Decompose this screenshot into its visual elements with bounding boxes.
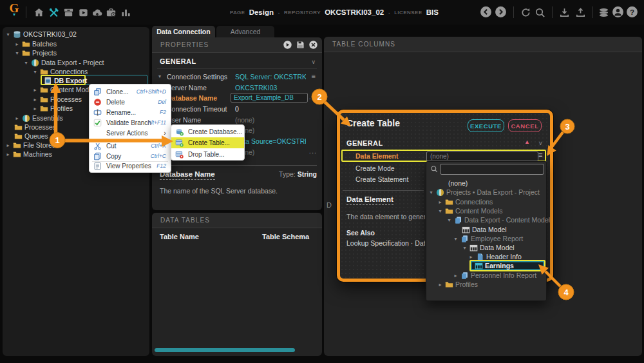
close-icon[interactable]: [308, 40, 318, 50]
menu-item-clone[interactable]: Clone...Ctrl+Shift+D: [90, 86, 171, 97]
tab-advanced[interactable]: Advanced: [216, 26, 274, 37]
menu-item-view-properties[interactable]: View PropertiesF12: [90, 161, 171, 171]
refresh-icon[interactable]: [520, 7, 531, 18]
chevron-down-icon[interactable]: ∨: [538, 140, 543, 146]
column-header-table-name[interactable]: Table Name: [160, 233, 199, 240]
home-icon[interactable]: [33, 7, 44, 18]
expander-icon[interactable]: [453, 273, 459, 279]
expander-icon[interactable]: [14, 50, 20, 56]
dropdown-item-projects[interactable]: Projects • Data Export - Project: [428, 188, 540, 197]
menu-item-rename[interactable]: Rename...F2: [90, 107, 171, 117]
data-element-input[interactable]: [426, 152, 538, 161]
menu-item-cut[interactable]: CutCtrl+X: [90, 141, 171, 151]
app-logo[interactable]: G▾: [7, 2, 21, 17]
dropdown-item-none[interactable]: (none): [448, 179, 468, 188]
create-mode-label[interactable]: Create Mode: [355, 164, 395, 172]
property-row-server-name[interactable]: Server Name OKCSTRKI03: [158, 83, 318, 93]
briefcase-clock-icon[interactable]: [106, 7, 117, 18]
create-statement-label[interactable]: Create Statement: [355, 175, 408, 183]
expander-icon[interactable]: [32, 106, 38, 112]
expander-icon[interactable]: [5, 142, 11, 148]
tree-item-data-export-project[interactable]: Data Export - Project: [23, 58, 104, 67]
expander-icon[interactable]: ▾: [158, 74, 161, 79]
menu-item-validate-branch[interactable]: Validate BranchAlt+F11: [90, 117, 171, 128]
upload-icon[interactable]: [575, 7, 586, 18]
tree-item-file-stores[interactable]: File Stores: [5, 141, 55, 150]
save-icon[interactable]: [296, 40, 305, 50]
expander-icon[interactable]: [437, 199, 443, 205]
expander-icon[interactable]: [5, 152, 11, 157]
dropdown-item-connections[interactable]: Connections: [437, 197, 493, 206]
expander-icon[interactable]: [32, 97, 38, 103]
ellipsis-button[interactable]: ...: [309, 93, 317, 101]
link-lookup-specification[interactable]: Lookup Specification: [346, 239, 409, 247]
property-row-connection-timeout[interactable]: Connection Timeout 0: [158, 104, 318, 114]
submenu-item-create-table[interactable]: Create Table...: [171, 137, 244, 148]
expander-icon[interactable]: [437, 208, 443, 214]
tree-item-processes-root[interactable]: Processes: [14, 123, 56, 132]
media-box-icon[interactable]: [78, 7, 89, 18]
dropdown-item-data-export-content-model[interactable]: Data Export - Content Model: [446, 215, 550, 224]
tree-item-content-models[interactable]: Content Models: [32, 85, 98, 94]
expander-icon[interactable]: [5, 32, 11, 37]
horizontal-scrollbar[interactable]: [155, 348, 295, 352]
expander-icon[interactable]: [14, 41, 20, 47]
expander-icon[interactable]: [428, 190, 434, 195]
expander-icon[interactable]: [23, 60, 29, 66]
property-row-database-name[interactable]: Database Name ...: [158, 93, 318, 103]
expander-icon[interactable]: [446, 217, 452, 223]
expander-icon[interactable]: [437, 282, 443, 288]
bar-chart-icon[interactable]: [120, 7, 131, 18]
property-row-user-name[interactable]: User Name (none): [158, 115, 318, 125]
tree-item-processes[interactable]: Processes: [32, 95, 82, 104]
tree-item-machines[interactable]: Machines: [5, 150, 52, 159]
back-button[interactable]: [480, 6, 492, 18]
submenu-item-create-database[interactable]: Create Database...: [171, 126, 244, 137]
dropdown-item-content-models[interactable]: Content Models: [437, 206, 503, 215]
dropdown-item-data-model[interactable]: Data Model: [462, 225, 507, 234]
archive-box-icon[interactable]: [63, 7, 74, 18]
menu-icon[interactable]: ≡: [312, 72, 316, 80]
tree-item-queues[interactable]: Queues: [14, 132, 48, 141]
tools-icon[interactable]: [48, 7, 59, 18]
user-account-icon[interactable]: [612, 6, 624, 18]
tree-item-projects[interactable]: Projects: [14, 48, 57, 57]
tree-item-profiles[interactable]: Profiles: [32, 104, 73, 113]
column-header-table-schema[interactable]: Table Schema: [262, 233, 309, 240]
download-icon[interactable]: [559, 7, 570, 18]
tree-item-repository-root[interactable]: OKCSTRKI03_02: [5, 30, 77, 39]
tree-item-essentials[interactable]: Essentials: [14, 113, 63, 123]
tree-item-batches[interactable]: Batches: [14, 39, 57, 48]
chevron-down-icon[interactable]: ∨: [311, 59, 316, 65]
property-row-connection-settings[interactable]: ▾ Connection Settings SQL Server: OKCSTR…: [158, 72, 318, 82]
submenu-item-drop-table[interactable]: Drop Table...: [171, 149, 244, 159]
tree-item-db-export[interactable]: DB Export: [44, 76, 87, 85]
dropdown-item-employee-report[interactable]: Employee Report: [453, 234, 523, 243]
expander-icon[interactable]: [32, 69, 38, 75]
expander-icon[interactable]: [453, 236, 459, 242]
link-data-r[interactable]: Data R: [415, 239, 425, 247]
dropdown-item-earnings[interactable]: Earnings: [475, 261, 514, 270]
menu-item-server-actions[interactable]: Server Actions›: [90, 128, 171, 138]
ellipsis-button[interactable]: ...: [309, 147, 317, 155]
dropdown-item-data-model-2[interactable]: Data Model: [462, 243, 515, 252]
database-stack-icon[interactable]: [598, 7, 609, 18]
execute-button[interactable]: EXECUTE: [468, 119, 504, 132]
expander-icon[interactable]: [468, 254, 474, 260]
expander-icon[interactable]: [32, 87, 38, 93]
dropdown-search-input[interactable]: [440, 164, 544, 175]
dropdown-item-personnel-info-report[interactable]: Personnel Info Report: [453, 271, 536, 280]
expander-icon[interactable]: [462, 245, 468, 251]
dropdown-item-profiles[interactable]: Profiles: [437, 280, 478, 289]
search-icon[interactable]: [535, 7, 545, 18]
expander-icon[interactable]: [14, 115, 20, 121]
database-name-input[interactable]: [231, 93, 308, 103]
help-icon[interactable]: [626, 6, 638, 18]
tab-data-connection[interactable]: Data Connection: [152, 26, 215, 37]
menu-icon[interactable]: ≡: [538, 151, 542, 159]
run-icon[interactable]: [283, 40, 292, 50]
cloud-upload-icon[interactable]: [91, 7, 102, 18]
cancel-button[interactable]: CANCEL: [508, 119, 542, 132]
menu-item-copy[interactable]: CopyCtrl+C: [90, 151, 171, 161]
menu-item-delete[interactable]: DeleteDel: [90, 97, 171, 107]
